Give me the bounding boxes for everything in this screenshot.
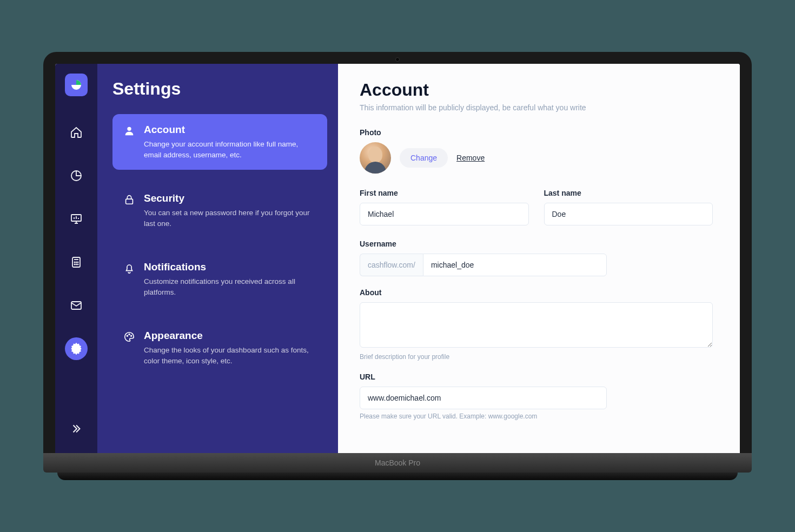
settings-item-title: Appearance <box>144 330 316 342</box>
main-content: Account This information will be publicl… <box>338 64 740 453</box>
settings-subnav: Settings Account Change your account inf… <box>97 64 338 453</box>
device-frame: Settings Account Change your account inf… <box>43 52 752 480</box>
photo-label: Photo <box>360 128 713 137</box>
first-name-label: First name <box>360 189 529 197</box>
settings-item-title: Security <box>144 192 316 204</box>
settings-item-desc: Customize notifications you received acr… <box>144 276 316 297</box>
mail-icon <box>70 299 83 312</box>
lock-icon <box>123 194 135 205</box>
svg-point-12 <box>127 336 128 337</box>
nav-calculator[interactable] <box>65 251 88 274</box>
screen-bezel: Settings Account Change your account inf… <box>43 52 752 453</box>
nav-rail <box>55 64 97 453</box>
svg-point-6 <box>76 264 76 264</box>
person-icon <box>123 125 135 137</box>
app-logo[interactable] <box>65 74 88 96</box>
url-label: URL <box>360 373 713 381</box>
gear-icon <box>70 342 83 355</box>
app-viewport: Settings Account Change your account inf… <box>55 64 740 453</box>
svg-point-2 <box>74 262 75 262</box>
calculator-icon <box>70 256 83 269</box>
settings-item-account[interactable]: Account Change your account information … <box>112 114 327 170</box>
laptop-base: MacBook Pro <box>43 453 752 473</box>
bell-icon <box>123 262 135 274</box>
palette-icon <box>123 331 135 343</box>
settings-item-notifications[interactable]: Notifications Customize notifications yo… <box>112 251 327 307</box>
chevron-double-right-icon <box>70 423 82 435</box>
url-hint: Please make sure your URL valid. Example… <box>360 413 713 420</box>
remove-photo-link[interactable]: Remove <box>456 154 485 162</box>
settings-item-desc: Change your account information like ful… <box>144 139 316 160</box>
nav-settings[interactable] <box>65 337 88 360</box>
svg-point-14 <box>131 336 132 337</box>
svg-point-7 <box>77 264 78 264</box>
laptop-label: MacBook Pro <box>375 458 420 467</box>
url-input[interactable] <box>360 387 607 409</box>
svg-point-13 <box>129 334 130 335</box>
change-photo-button[interactable]: Change <box>400 148 448 168</box>
svg-point-3 <box>76 262 76 262</box>
svg-point-4 <box>77 262 78 262</box>
username-prefix: cashflow.com/ <box>360 254 423 276</box>
svg-point-10 <box>127 127 131 131</box>
settings-item-appearance[interactable]: Appearance Change the looks of your dash… <box>112 320 327 376</box>
svg-point-5 <box>74 264 75 264</box>
settings-item-desc: Change the looks of your dashboard such … <box>144 345 316 366</box>
about-hint: Brief description for your profile <box>360 353 713 361</box>
laptop-bottom-edge <box>57 473 738 480</box>
svg-rect-11 <box>126 199 133 204</box>
last-name-input[interactable] <box>544 203 713 225</box>
avatar <box>360 142 391 174</box>
about-textarea[interactable] <box>360 302 713 348</box>
about-label: About <box>360 288 713 297</box>
camera-icon <box>395 57 400 62</box>
settings-heading: Settings <box>112 79 327 99</box>
nav-presentation[interactable] <box>65 208 88 230</box>
pie-chart-icon <box>70 169 83 182</box>
page-subtitle: This information will be publicly displa… <box>360 103 713 112</box>
home-icon <box>70 126 83 139</box>
rail-expand-toggle[interactable] <box>65 417 88 440</box>
page-title: Account <box>360 80 713 100</box>
settings-item-security[interactable]: Security You can set a new password here… <box>112 183 327 238</box>
pie-logo-icon <box>70 78 83 91</box>
first-name-input[interactable] <box>360 203 529 225</box>
nav-analytics[interactable] <box>65 164 88 187</box>
nav-mail[interactable] <box>65 294 88 317</box>
username-label: Username <box>360 240 713 248</box>
username-input[interactable] <box>423 254 607 276</box>
settings-item-desc: You can set a new password here if you f… <box>144 208 316 229</box>
photo-controls: Change Remove <box>360 142 713 174</box>
settings-item-title: Account <box>144 124 316 136</box>
last-name-label: Last name <box>544 189 713 197</box>
presentation-icon <box>70 212 83 225</box>
settings-item-title: Notifications <box>144 261 316 273</box>
nav-home[interactable] <box>65 121 88 144</box>
